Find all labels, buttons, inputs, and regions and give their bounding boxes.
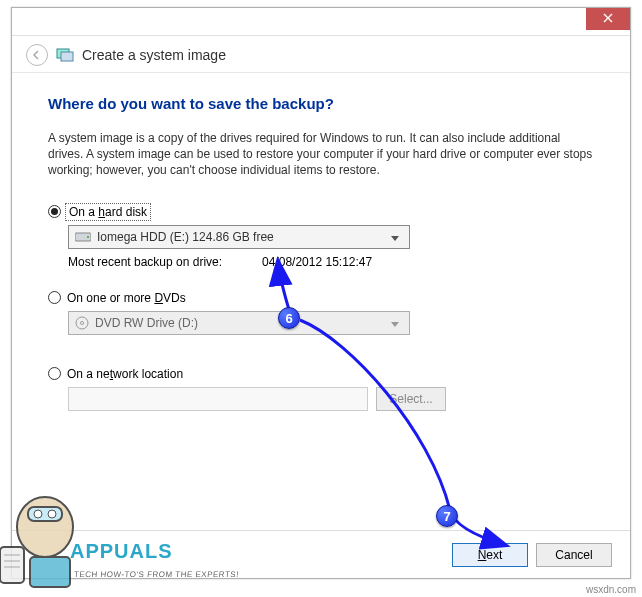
network-select-button: Select... <box>376 387 446 411</box>
hdd-meta: Most recent backup on drive: 04/08/2012 … <box>68 255 594 269</box>
svg-rect-11 <box>0 547 24 583</box>
radio-network-label[interactable]: On a network location <box>67 367 183 381</box>
svg-rect-10 <box>30 557 70 587</box>
page-heading: Where do you want to save the backup? <box>48 95 594 112</box>
annotation-badge-7: 7 <box>436 505 458 527</box>
back-arrow-icon <box>32 50 42 60</box>
hdd-meta-value: 04/08/2012 15:12:47 <box>262 255 372 269</box>
radio-network[interactable] <box>48 367 61 380</box>
drive-select-hdd[interactable]: Iomega HDD (E:) 124.86 GB free <box>68 225 410 249</box>
annotation-badge-6: 6 <box>278 307 300 329</box>
system-image-icon <box>56 46 74 64</box>
option-hard-disk: On a hard disk Iomega HDD (E:) 124.86 GB… <box>48 205 594 269</box>
back-button[interactable] <box>26 44 48 66</box>
watermark-tagline: TECH HOW-TO'S FROM THE EXPERTS! <box>74 570 240 579</box>
svg-point-9 <box>48 510 56 518</box>
radio-hard-disk-label[interactable]: On a hard disk <box>67 205 149 219</box>
hdd-meta-label: Most recent backup on drive: <box>68 255 222 269</box>
svg-point-8 <box>34 510 42 518</box>
dvd-icon <box>75 316 89 330</box>
source-attribution: wsxdn.com <box>586 584 636 595</box>
option-network: On a network location Select... <box>48 367 594 411</box>
watermark-logo: APPUALS <box>70 540 173 563</box>
radio-dvd[interactable] <box>48 291 61 304</box>
radio-dvd-label[interactable]: On one or more DVDs <box>67 291 186 305</box>
wizard-content: Where do you want to save the backup? A … <box>12 73 630 439</box>
page-description: A system image is a copy of the drives r… <box>48 130 594 179</box>
watermark-mascot-icon <box>0 477 110 597</box>
option-dvd: On one or more DVDs DVD RW Drive (D:) <box>48 291 594 335</box>
close-icon <box>603 13 613 23</box>
wizard-title: Create a system image <box>82 47 226 63</box>
chevron-down-icon <box>387 316 403 330</box>
svg-rect-7 <box>28 507 62 521</box>
svg-rect-1 <box>61 52 73 61</box>
next-button[interactable]: Next <box>452 543 528 567</box>
close-button[interactable] <box>586 8 630 30</box>
drive-select-dvd-value: DVD RW Drive (D:) <box>95 316 387 330</box>
network-path-input[interactable] <box>68 387 368 411</box>
radio-hard-disk[interactable] <box>48 205 61 218</box>
titlebar <box>12 8 630 36</box>
svg-point-3 <box>87 236 89 238</box>
chevron-down-icon <box>387 230 403 244</box>
drive-select-hdd-value: Iomega HDD (E:) 124.86 GB free <box>97 230 387 244</box>
hdd-icon <box>75 231 91 243</box>
wizard-header: Create a system image <box>12 36 630 73</box>
cancel-button[interactable]: Cancel <box>536 543 612 567</box>
drive-select-dvd[interactable]: DVD RW Drive (D:) <box>68 311 410 335</box>
svg-point-5 <box>81 321 84 324</box>
